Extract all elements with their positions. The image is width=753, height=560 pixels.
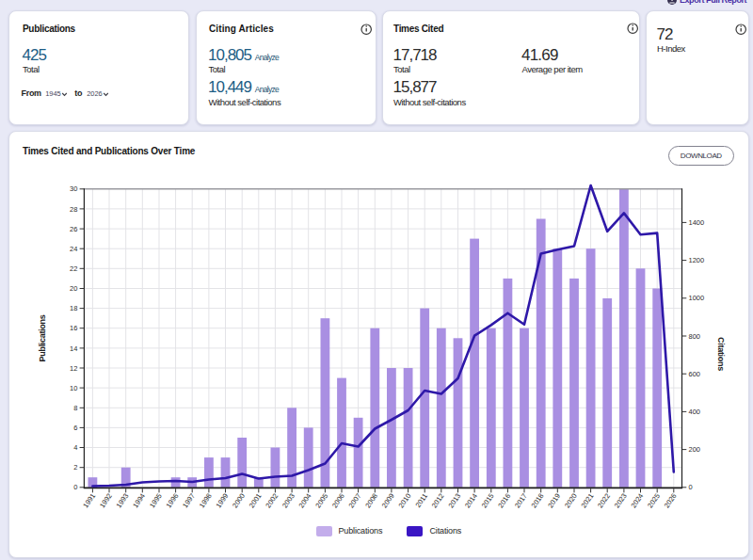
svg-text:600: 600 xyxy=(689,370,701,378)
svg-text:2001: 2001 xyxy=(248,491,264,509)
svg-text:2002: 2002 xyxy=(264,491,280,509)
svg-text:1999: 1999 xyxy=(214,491,230,509)
svg-text:10: 10 xyxy=(70,384,77,392)
svg-text:2017: 2017 xyxy=(513,491,529,509)
svg-text:2016: 2016 xyxy=(496,491,512,509)
svg-text:1400: 1400 xyxy=(689,218,705,227)
svg-text:1000: 1000 xyxy=(689,294,705,302)
svg-text:4: 4 xyxy=(73,443,77,452)
svg-text:2004: 2004 xyxy=(297,491,313,509)
svg-text:1992: 1992 xyxy=(98,491,114,509)
svg-text:0: 0 xyxy=(73,483,77,491)
svg-text:200: 200 xyxy=(689,445,701,454)
svg-text:400: 400 xyxy=(689,408,701,416)
svg-text:2005: 2005 xyxy=(313,491,329,509)
svg-text:22: 22 xyxy=(70,264,77,273)
svg-text:2010: 2010 xyxy=(396,491,412,509)
svg-text:Publications: Publications xyxy=(38,314,47,361)
svg-text:2007: 2007 xyxy=(346,491,362,509)
svg-text:14: 14 xyxy=(70,344,77,353)
svg-text:1995: 1995 xyxy=(148,491,164,509)
svg-text:2026: 2026 xyxy=(663,491,679,509)
svg-text:Citations: Citations xyxy=(716,337,726,371)
svg-text:2021: 2021 xyxy=(579,491,595,509)
svg-text:800: 800 xyxy=(689,332,701,341)
svg-text:16: 16 xyxy=(70,324,77,332)
svg-text:1994: 1994 xyxy=(131,491,147,509)
svg-text:8: 8 xyxy=(73,404,77,412)
svg-text:2008: 2008 xyxy=(363,491,379,509)
svg-text:2011: 2011 xyxy=(413,491,429,508)
svg-text:1998: 1998 xyxy=(198,491,214,509)
svg-text:0: 0 xyxy=(689,483,693,491)
svg-text:2022: 2022 xyxy=(596,491,612,509)
svg-text:6: 6 xyxy=(73,424,77,432)
svg-text:1991: 1991 xyxy=(81,491,97,509)
svg-text:2023: 2023 xyxy=(613,491,629,509)
svg-text:26: 26 xyxy=(70,225,77,233)
svg-text:2012: 2012 xyxy=(430,491,446,509)
svg-text:30: 30 xyxy=(70,184,77,193)
svg-text:2014: 2014 xyxy=(463,491,479,509)
svg-text:2019: 2019 xyxy=(546,491,562,509)
svg-text:2003: 2003 xyxy=(280,491,296,509)
svg-text:1996: 1996 xyxy=(164,491,180,509)
svg-text:2006: 2006 xyxy=(330,491,346,509)
svg-text:2000: 2000 xyxy=(231,491,247,509)
svg-text:12: 12 xyxy=(70,364,77,373)
svg-text:2009: 2009 xyxy=(380,491,396,509)
svg-text:2020: 2020 xyxy=(563,491,579,509)
svg-text:1997: 1997 xyxy=(181,491,197,509)
svg-text:2: 2 xyxy=(73,463,77,472)
svg-text:2018: 2018 xyxy=(530,491,546,509)
svg-text:1993: 1993 xyxy=(115,491,131,509)
svg-text:2013: 2013 xyxy=(446,491,462,509)
svg-text:18: 18 xyxy=(70,304,77,312)
svg-text:2015: 2015 xyxy=(480,491,496,509)
svg-text:2024: 2024 xyxy=(629,491,645,509)
svg-text:28: 28 xyxy=(70,205,77,214)
svg-text:2025: 2025 xyxy=(646,491,662,509)
svg-text:20: 20 xyxy=(70,284,77,293)
svg-text:24: 24 xyxy=(70,245,77,253)
svg-text:1200: 1200 xyxy=(689,256,705,264)
